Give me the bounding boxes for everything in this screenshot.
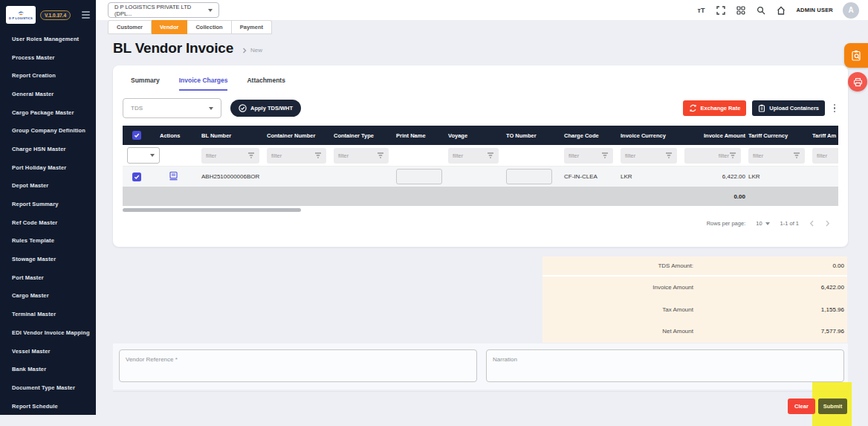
upload-containers-button[interactable]: Upload Containers [752, 100, 825, 116]
row-checkbox[interactable] [132, 172, 141, 181]
sidebar-menu: User Roles Management Process Master Rep… [0, 30, 96, 415]
vendor-reference-input[interactable] [119, 349, 477, 382]
net-amount-label: Net Amount [542, 328, 693, 335]
sidebar-item-user-roles-management[interactable]: User Roles Management [0, 30, 96, 48]
narration-input[interactable] [486, 349, 844, 382]
clear-button[interactable]: Clear [788, 398, 815, 414]
sidebar-header: D P LOGISTICS V.1.0.37.4 [0, 0, 96, 25]
sidebar-item-document-type-master[interactable]: Document Type Master [0, 378, 96, 397]
sidebar-item-port-master[interactable]: Port Master [0, 268, 96, 287]
filter-funnel-icon [793, 152, 800, 158]
filter-invoice-currency[interactable]: filter [621, 148, 677, 164]
more-options-icon[interactable] [831, 103, 838, 114]
chevron-right-icon [242, 48, 247, 54]
rows-per-page-select[interactable]: 10 [756, 220, 769, 227]
printer-icon [853, 77, 863, 87]
apps-grid-icon[interactable] [736, 5, 746, 16]
previous-page-icon[interactable] [809, 220, 814, 227]
tds-select[interactable]: TDS [123, 98, 221, 118]
hamburger-menu-icon[interactable] [82, 11, 90, 19]
tab-summary[interactable]: Summary [131, 77, 160, 91]
summary-row-tds: TDS Amount: 0.00 [542, 256, 847, 277]
sidebar-item-cargo-master[interactable]: Cargo Master [0, 287, 96, 306]
company-logo[interactable]: D P LOGISTICS [6, 6, 36, 24]
search-icon[interactable] [756, 5, 766, 16]
sidebar-item-depot-master[interactable]: Depot Master [0, 177, 96, 196]
apply-tds-wht-button[interactable]: Apply TDS/WHT [230, 100, 301, 117]
page-title: BL Vendor Invoice [113, 40, 233, 57]
sidebar-item-cargo-package-master[interactable]: Cargo Package Master [0, 103, 96, 122]
filter-voyage[interactable]: filter [448, 148, 499, 164]
tab-customer[interactable]: Customer [108, 20, 152, 34]
home-icon[interactable] [776, 5, 786, 16]
filter-charge-code[interactable]: filter [564, 148, 613, 164]
tab-invoice-charges[interactable]: Invoice Charges [179, 77, 228, 91]
print-name-input[interactable] [396, 169, 442, 184]
sidebar-item-terminal-master[interactable]: Terminal Master [0, 305, 96, 323]
topbar: D P LOGISTICS PRIVATE LTD (DPL... тT ADM… [96, 0, 868, 20]
sidebar-item-rules-template[interactable]: Rules Template [0, 232, 96, 251]
tab-attachments[interactable]: Attachments [247, 77, 285, 91]
sidebar-item-report-summary[interactable]: Report Summary [0, 195, 96, 213]
tab-vendor[interactable]: Vendor [152, 20, 187, 34]
rows-per-page-label: Rows per page: [707, 220, 746, 227]
company-selector-dropdown[interactable]: D P LOGISTICS PRIVATE LTD (DPL... [108, 2, 219, 18]
submit-button[interactable]: Submit [818, 398, 847, 414]
col-header-voyage: Voyage [448, 132, 506, 139]
sidebar-item-vessel-master[interactable]: Vessel Master [0, 342, 96, 361]
user-avatar[interactable]: A [843, 2, 859, 19]
invoice-document-icon[interactable] [169, 171, 178, 181]
filter-invoice-amount[interactable]: filter [684, 148, 741, 164]
pagination-range: 1-1 of 1 [780, 220, 799, 227]
sidebar-item-stowage-master[interactable]: Stowage Master [0, 250, 96, 268]
tax-amount-value: 1,155.96 [693, 306, 847, 313]
fullscreen-icon[interactable] [716, 5, 726, 16]
filter-funnel-icon [377, 152, 384, 158]
sidebar-item-port-holiday-master[interactable]: Port Holiday Master [0, 158, 96, 177]
filter-select-dropdown[interactable] [127, 147, 160, 164]
summary-row-invoice: Invoice Amount 6,422.00 [542, 277, 847, 299]
next-page-icon[interactable] [825, 220, 830, 227]
upload-containers-label: Upload Containers [769, 105, 819, 112]
logo-text: D P LOGISTICS [9, 16, 33, 20]
module-tabs: Customer Vendor Collection Payment [108, 20, 272, 34]
filter-tariff-amount[interactable]: filter [812, 148, 838, 164]
sidebar-item-ref-code-master[interactable]: Ref Code Master [0, 213, 96, 232]
print-button[interactable] [848, 72, 867, 91]
breadcrumb: New [242, 47, 262, 57]
cell-invoice-currency: LKR [621, 173, 684, 180]
clipboard-search-button[interactable] [844, 43, 868, 68]
text-size-icon[interactable]: тT [696, 5, 706, 16]
sidebar-item-charge-hsn-master[interactable]: Charge HSN Master [0, 140, 96, 158]
sidebar-item-process-master[interactable]: Process Master [0, 48, 96, 67]
company-selector-value: D P LOGISTICS PRIVATE LTD (DPL... [114, 4, 208, 17]
topbar-actions: тT ADMIN USER A [696, 0, 859, 20]
exchange-rate-button[interactable]: Exchange Rate [683, 100, 747, 116]
sidebar-item-edi-vendor-invoice-mapping[interactable]: EDI Vendor Invoice Mapping [0, 323, 96, 342]
to-number-input[interactable] [506, 169, 552, 184]
filter-tariff-currency[interactable]: filter [748, 148, 805, 164]
filter-container-type[interactable]: filter [334, 148, 389, 164]
pagination: Rows per page: 10 1-1 of 1 [113, 212, 848, 235]
chevron-down-icon [765, 222, 770, 225]
tab-collection[interactable]: Collection [187, 20, 231, 34]
sidebar-item-group-company-definition[interactable]: Group Company Definition [0, 121, 96, 140]
table-row: ABH2510000006BOR CF-IN-CLEA LKR 6,422.00… [123, 167, 838, 187]
charges-toolbar: TDS Apply TDS/WHT Exchange Rate Upload C… [113, 91, 848, 118]
sidebar-item-bank-master[interactable]: Bank Master [0, 360, 96, 378]
exchange-icon [689, 104, 697, 112]
col-header-invoice-amount: Invoice Amount [684, 132, 748, 139]
filter-container-number[interactable]: filter [267, 148, 326, 164]
sidebar-item-report-creation[interactable]: Report Creation [0, 66, 96, 85]
col-header-print-name: Print Name [396, 132, 448, 139]
filter-bl-number[interactable]: filter [201, 148, 259, 164]
sidebar-item-report-schedule[interactable]: Report Schedule [0, 397, 96, 416]
col-header-bl-number: BL Number [201, 132, 267, 139]
sidebar-item-general-master[interactable]: General Master [0, 85, 96, 103]
tab-payment[interactable]: Payment [232, 20, 272, 34]
toolbar-right: Exchange Rate Upload Containers [683, 100, 838, 116]
chevron-down-icon [209, 107, 213, 110]
exchange-rate-label: Exchange Rate [701, 105, 741, 112]
col-header-container-number: Container Number [267, 132, 334, 139]
select-all-checkbox[interactable] [132, 131, 141, 140]
